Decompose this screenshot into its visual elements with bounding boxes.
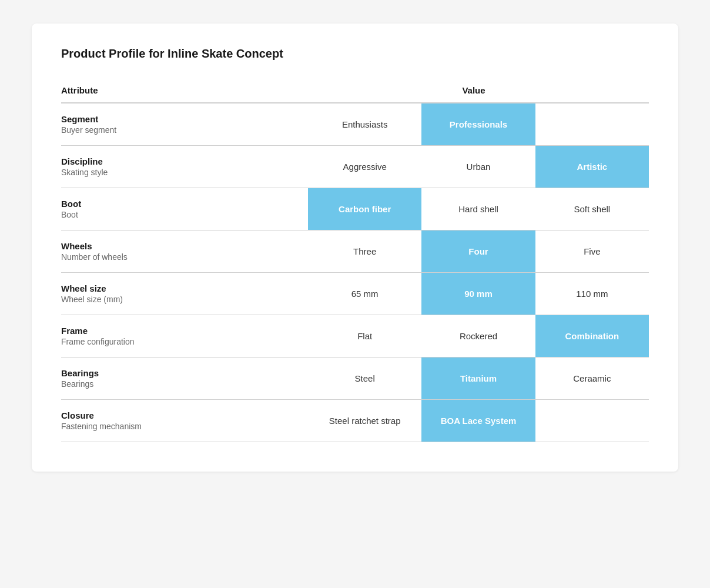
attribute-cell: SegmentBuyer segment — [61, 103, 308, 146]
value-cell: Urban — [421, 146, 535, 188]
attribute-cell: BootBoot — [61, 188, 308, 230]
table-row: BootBootCarbon fiberHard shellSoft shell — [61, 188, 649, 230]
value-cell: Steel ratchet strap — [308, 400, 421, 442]
col-header-attribute: Attribute — [61, 78, 308, 103]
attribute-description: Skating style — [61, 168, 299, 177]
product-profile-card: Product Profile for Inline Skate Concept… — [32, 24, 678, 472]
value-cell: Five — [535, 230, 649, 273]
value-cell: 90 mm — [421, 273, 535, 315]
table-row: ClosureFastening mechanismSteel ratchet … — [61, 400, 649, 442]
attribute-description: Wheel size (mm) — [61, 295, 299, 304]
col-header-value: Value — [308, 78, 649, 103]
attribute-name: Closure — [61, 410, 299, 420]
value-cell: Flat — [308, 315, 421, 358]
value-cell: Artistic — [535, 146, 649, 188]
table-row: BearingsBearingsSteelTitaniumCeraamic — [61, 358, 649, 400]
attribute-cell: FrameFrame configuration — [61, 315, 308, 358]
attribute-description: Buyer segment — [61, 125, 299, 135]
value-cell: Rockered — [421, 315, 535, 358]
attribute-name: Wheels — [61, 241, 299, 251]
value-cell: 110 mm — [535, 273, 649, 315]
value-cell: Combination — [535, 315, 649, 358]
value-cell — [535, 103, 649, 146]
value-cell — [535, 400, 649, 442]
value-cell: Soft shell — [535, 188, 649, 230]
value-cell: Ceraamic — [535, 358, 649, 400]
table-row: WheelsNumber of wheelsThreeFourFive — [61, 230, 649, 273]
value-cell: Carbon fiber — [308, 188, 421, 230]
value-cell: Three — [308, 230, 421, 273]
value-cell: Four — [421, 230, 535, 273]
attribute-cell: DisciplineSkating style — [61, 146, 308, 188]
value-cell: Professionals — [421, 103, 535, 146]
attribute-name: Wheel size — [61, 283, 299, 293]
attribute-cell: ClosureFastening mechanism — [61, 400, 308, 442]
value-cell: 65 mm — [308, 273, 421, 315]
profile-table: Attribute Value SegmentBuyer segmentEnth… — [61, 78, 649, 442]
value-cell: Titanium — [421, 358, 535, 400]
attribute-description: Bearings — [61, 379, 299, 389]
value-cell: Hard shell — [421, 188, 535, 230]
attribute-description: Boot — [61, 210, 299, 219]
attribute-name: Segment — [61, 114, 299, 124]
attribute-name: Bearings — [61, 368, 299, 378]
value-cell: Steel — [308, 358, 421, 400]
table-row: DisciplineSkating styleAggressiveUrbanAr… — [61, 146, 649, 188]
value-cell: Aggressive — [308, 146, 421, 188]
attribute-name: Discipline — [61, 156, 299, 166]
table-row: Wheel sizeWheel size (mm)65 mm90 mm110 m… — [61, 273, 649, 315]
attribute-description: Number of wheels — [61, 252, 299, 262]
attribute-cell: Wheel sizeWheel size (mm) — [61, 273, 308, 315]
page-title: Product Profile for Inline Skate Concept — [61, 47, 649, 61]
attribute-cell: WheelsNumber of wheels — [61, 230, 308, 273]
attribute-cell: BearingsBearings — [61, 358, 308, 400]
attribute-name: Boot — [61, 199, 299, 209]
table-row: FrameFrame configurationFlatRockeredComb… — [61, 315, 649, 358]
table-row: SegmentBuyer segmentEnthusiastsProfessio… — [61, 103, 649, 146]
value-cell: BOA Lace System — [421, 400, 535, 442]
attribute-description: Fastening mechanism — [61, 422, 299, 431]
attribute-name: Frame — [61, 326, 299, 336]
value-cell: Enthusiasts — [308, 103, 421, 146]
attribute-description: Frame configuration — [61, 337, 299, 346]
